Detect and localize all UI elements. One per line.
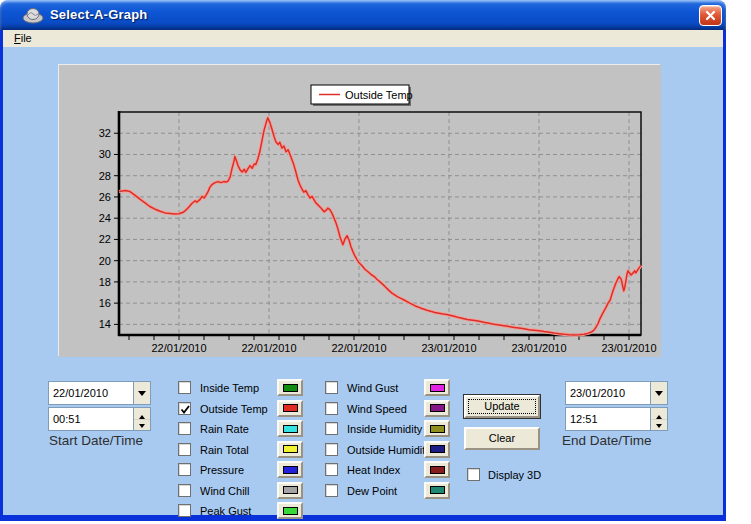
x-minor-ticks — [129, 336, 629, 340]
checkbox-wind-speed[interactable] — [325, 402, 338, 415]
checkbox-wind-gust[interactable] — [325, 381, 338, 394]
label-wind-speed: Wind Speed — [347, 403, 407, 415]
checkbox-heat-index[interactable] — [325, 463, 338, 476]
start-time-spinner[interactable]: 00:51 — [48, 407, 151, 431]
svg-text:23/01/2010: 23/01/2010 — [601, 342, 656, 354]
checkbox-dew-point[interactable] — [325, 484, 338, 497]
color-swatch-outside-temp — [283, 404, 298, 412]
app-icon — [22, 6, 44, 24]
chart-legend: Outside Temp — [311, 85, 413, 106]
checkbox-pressure[interactable] — [178, 463, 191, 476]
start-date-combobox[interactable]: 22/01/2010 — [48, 381, 151, 405]
checkbox-inside-humidity[interactable] — [325, 422, 338, 435]
label-wind-chill: Wind Chill — [200, 485, 250, 497]
label-inside-temp: Inside Temp — [200, 382, 259, 394]
menu-bar: File — [3, 30, 723, 47]
color-swatch-button-rain-rate[interactable] — [277, 420, 303, 437]
update-button-label: Update — [484, 400, 519, 412]
color-swatch-inside-temp — [283, 384, 298, 392]
svg-text:22: 22 — [99, 233, 111, 245]
color-swatch-button-peak-gust[interactable] — [277, 502, 303, 519]
spin-down-icon[interactable] — [651, 420, 667, 431]
checkbox-outside-humidity[interactable] — [325, 443, 338, 456]
close-button[interactable] — [699, 5, 722, 26]
svg-text:18: 18 — [99, 276, 111, 288]
label-outside-temp: Outside Temp — [200, 403, 268, 415]
label-inside-humidity: Inside Humidity — [347, 423, 422, 435]
color-swatch-button-dew-point[interactable] — [424, 482, 450, 499]
start-time-value: 00:51 — [49, 408, 133, 430]
end-datetime-label: End Date/Time — [562, 433, 652, 448]
svg-text:22/01/2010: 22/01/2010 — [331, 342, 386, 354]
color-swatch-rain-rate — [283, 425, 298, 433]
display-3d-checkbox[interactable] — [467, 468, 480, 481]
svg-text:Outside Temp: Outside Temp — [345, 89, 413, 101]
end-time-spinner[interactable]: 12:51 — [565, 407, 668, 431]
window-border-right — [723, 30, 726, 515]
label-peak-gust: Peak Gust — [200, 505, 251, 517]
spin-up-icon[interactable] — [651, 408, 667, 420]
clear-button-label: Clear — [489, 432, 515, 444]
window-title: Select-A-Graph — [50, 7, 147, 22]
spin-up-icon[interactable] — [134, 408, 150, 420]
svg-text:24: 24 — [99, 212, 111, 224]
svg-text:22/01/2010: 22/01/2010 — [241, 342, 296, 354]
color-swatch-peak-gust — [283, 507, 298, 515]
end-time-value: 12:51 — [566, 408, 650, 430]
update-button[interactable]: Update — [464, 395, 540, 418]
checkbox-rain-total[interactable] — [178, 443, 191, 456]
spin-down-icon[interactable] — [134, 420, 150, 431]
label-rain-rate: Rain Rate — [200, 423, 249, 435]
start-date-value: 22/01/2010 — [49, 382, 133, 404]
color-swatch-inside-humidity — [430, 425, 445, 433]
label-wind-gust: Wind Gust — [347, 382, 398, 394]
start-time-spin-buttons — [133, 408, 150, 430]
close-icon — [705, 10, 716, 21]
color-swatch-button-heat-index[interactable] — [424, 461, 450, 478]
app-window: Select-A-Graph File 14161820222426283032… — [0, 0, 726, 521]
chart-panel: 1416182022242628303222/01/201022/01/2010… — [58, 64, 660, 356]
checkbox-wind-chill[interactable] — [178, 484, 191, 497]
svg-text:20: 20 — [99, 255, 111, 267]
menu-file[interactable]: File — [8, 31, 38, 45]
svg-text:22/01/2010: 22/01/2010 — [151, 342, 206, 354]
color-swatch-button-wind-speed[interactable] — [424, 400, 450, 417]
color-swatch-button-inside-temp[interactable] — [277, 379, 303, 396]
window-border-bottom — [0, 515, 726, 521]
color-swatch-wind-gust — [430, 384, 445, 392]
checkbox-peak-gust[interactable] — [178, 504, 191, 517]
checkbox-outside-temp[interactable] — [178, 402, 191, 415]
end-date-combobox[interactable]: 23/01/2010 — [565, 381, 668, 405]
color-swatch-button-wind-gust[interactable] — [424, 379, 450, 396]
color-swatch-dew-point — [430, 486, 445, 494]
client-area: 1416182022242628303222/01/201022/01/2010… — [3, 47, 723, 515]
color-swatch-button-rain-total[interactable] — [277, 441, 303, 458]
svg-text:28: 28 — [99, 170, 111, 182]
color-swatch-button-outside-temp[interactable] — [277, 400, 303, 417]
svg-text:32: 32 — [99, 127, 111, 139]
label-pressure: Pressure — [200, 464, 244, 476]
titlebar[interactable]: Select-A-Graph — [0, 0, 726, 30]
checkbox-inside-temp[interactable] — [178, 381, 191, 394]
label-rain-total: Rain Total — [200, 444, 249, 456]
start-datetime-label: Start Date/Time — [49, 433, 143, 448]
end-time-spin-buttons — [650, 408, 667, 430]
end-date-value: 23/01/2010 — [566, 382, 650, 404]
checkbox-rain-rate[interactable] — [178, 422, 191, 435]
end-date-dropdown-icon[interactable] — [650, 382, 667, 404]
color-swatch-button-outside-humidity[interactable] — [424, 441, 450, 458]
color-swatch-button-pressure[interactable] — [277, 461, 303, 478]
label-heat-index: Heat Index — [347, 464, 400, 476]
color-swatch-heat-index — [430, 466, 445, 474]
label-dew-point: Dew Point — [347, 485, 397, 497]
start-date-dropdown-icon[interactable] — [133, 382, 150, 404]
check-icon — [179, 403, 192, 416]
color-swatch-button-inside-humidity[interactable] — [424, 420, 450, 437]
clear-button[interactable]: Clear — [464, 427, 540, 450]
color-swatch-button-wind-chill[interactable] — [277, 482, 303, 499]
svg-text:16: 16 — [99, 297, 111, 309]
color-swatch-rain-total — [283, 445, 298, 453]
color-swatch-wind-speed — [430, 404, 445, 412]
temperature-chart: 1416182022242628303222/01/201022/01/2010… — [59, 65, 661, 361]
color-swatch-pressure — [283, 466, 298, 474]
